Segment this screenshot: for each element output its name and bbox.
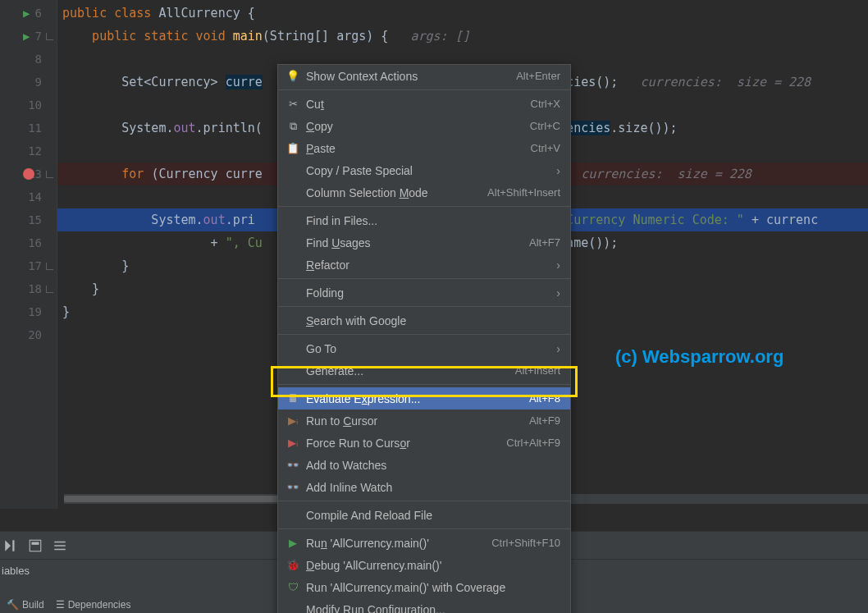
submenu-arrow-icon: ›: [556, 286, 560, 300]
copy-icon: ⧉: [285, 118, 301, 135]
context-menu: 💡 Show Context Actions Alt+Enter ✂ Cut C…: [277, 64, 571, 613]
breakpoint-icon[interactable]: [23, 168, 34, 180]
gutter-line[interactable]: 20: [0, 323, 57, 346]
menu-compile-reload[interactable]: Compile And Reload File: [278, 504, 570, 526]
menu-debug-main[interactable]: 🐞 Debug 'AllCurrency.main()': [278, 554, 570, 576]
fold-icon[interactable]: [46, 286, 53, 293]
force-run-to-cursor-icon: ▶ᵢ: [285, 435, 301, 451]
watches-icon: 👓: [285, 457, 301, 473]
layers-icon: ☰: [56, 599, 65, 611]
fold-icon[interactable]: [46, 263, 53, 270]
menu-cut[interactable]: ✂ Cut Ctrl+X: [278, 93, 570, 115]
menu-separator: [278, 528, 570, 529]
menu-run-main[interactable]: ▶ Run 'AllCurrency.main()' Ctrl+Shift+F1…: [278, 532, 570, 554]
menu-paste[interactable]: 📋 Paste Ctrl+V: [278, 137, 570, 159]
menu-run-to-cursor[interactable]: ▶ᵢ Run to Cursor Alt+F9: [278, 409, 570, 432]
svg-rect-0: [30, 540, 41, 551]
bottom-tabs: 🔨 Build ☰ Dependencies: [0, 597, 137, 613]
gutter-line[interactable]: 9: [0, 71, 57, 94]
menu-separator: [278, 334, 570, 335]
settings-icon[interactable]: [53, 538, 67, 553]
gutter-line[interactable]: 18: [0, 277, 57, 300]
menu-copy-paste-special[interactable]: Copy / Paste Special ›: [278, 159, 570, 181]
gutter-line[interactable]: 10: [0, 94, 57, 117]
calculator-icon[interactable]: [28, 538, 43, 553]
run-icon[interactable]: ▶: [23, 7, 30, 20]
menu-show-context-actions[interactable]: 💡 Show Context Actions Alt+Enter: [278, 65, 570, 87]
submenu-arrow-icon: ›: [556, 164, 560, 177]
menu-force-run-to-cursor[interactable]: ▶ᵢ Force Run to Cursor Ctrl+Alt+F9: [278, 432, 570, 454]
submenu-arrow-icon: ›: [556, 342, 560, 355]
menu-separator: [278, 306, 570, 307]
gutter-line[interactable]: 8: [0, 48, 57, 71]
run-icon[interactable]: ▶: [23, 30, 30, 43]
gutter-line[interactable]: ▶7: [0, 25, 57, 48]
gutter-line[interactable]: 11: [0, 117, 57, 140]
gutter-line[interactable]: 13: [0, 162, 57, 185]
menu-generate[interactable]: Generate... Alt+Insert: [278, 359, 570, 382]
dependencies-tab[interactable]: ☰ Dependencies: [56, 599, 131, 611]
gutter-line[interactable]: 15: [0, 208, 57, 231]
menu-folding[interactable]: Folding ›: [278, 281, 570, 304]
code-line: public static void main(String[] args) {…: [57, 25, 868, 48]
menu-evaluate-expression[interactable]: 🖩 Evaluate Expression... Alt+F8: [278, 387, 570, 409]
bug-icon: 🐞: [285, 557, 301, 574]
menu-separator: [278, 278, 570, 279]
gutter-line[interactable]: 19: [0, 300, 57, 323]
menu-add-inline-watch[interactable]: 👓 Add Inline Watch: [278, 476, 570, 498]
menu-copy[interactable]: ⧉ Copy Ctrl+C: [278, 115, 570, 137]
menu-run-coverage[interactable]: 🛡 Run 'AllCurrency.main()' with Coverage: [278, 576, 570, 598]
menu-find-usages[interactable]: Find Usages Alt+F7: [278, 231, 570, 254]
menu-refactor[interactable]: Refactor ›: [278, 254, 570, 276]
bulb-icon: 💡: [285, 68, 301, 85]
menu-modify-run-config[interactable]: Modify Run Configuration...: [278, 598, 570, 613]
step-icon[interactable]: [3, 538, 18, 553]
menu-separator: [278, 206, 570, 207]
code-line: public class AllCurrency {: [57, 2, 868, 25]
gutter-line[interactable]: 12: [0, 140, 57, 162]
watermark: (c) Websparrow.org: [615, 346, 783, 368]
calculator-icon: 🖩: [285, 391, 301, 407]
hammer-icon: 🔨: [7, 599, 19, 611]
gutter-line[interactable]: 16: [0, 231, 57, 254]
svg-rect-1: [32, 542, 39, 544]
clipboard-icon: 📋: [285, 140, 301, 157]
menu-separator: [278, 384, 570, 385]
menu-add-watches[interactable]: 👓 Add to Watches: [278, 454, 570, 476]
gutter-line[interactable]: 17: [0, 254, 57, 277]
menu-column-selection[interactable]: Column Selection Mode Alt+Shift+Insert: [278, 181, 570, 204]
menu-separator: [278, 501, 570, 501]
scissors-icon: ✂: [285, 96, 301, 112]
menu-find-in-files[interactable]: Find in Files...: [278, 209, 570, 231]
fold-icon[interactable]: [46, 171, 53, 178]
play-icon: ▶: [285, 535, 301, 551]
fold-icon[interactable]: [46, 33, 53, 40]
inline-watch-icon: 👓: [285, 479, 301, 496]
gutter: ▶6 ▶7 8 9 10 11 12 13 14 15 16 17 18 19 …: [0, 0, 57, 509]
menu-search-google[interactable]: Search with Google: [278, 309, 570, 332]
run-to-cursor-icon: ▶ᵢ: [285, 413, 301, 429]
menu-separator: [278, 89, 570, 90]
build-tab[interactable]: 🔨 Build: [7, 599, 44, 611]
coverage-icon: 🛡: [285, 579, 301, 596]
gutter-line[interactable]: 14: [0, 185, 57, 208]
submenu-arrow-icon: ›: [556, 258, 560, 272]
menu-goto[interactable]: Go To ›: [278, 337, 570, 359]
gutter-line[interactable]: ▶6: [0, 2, 57, 25]
